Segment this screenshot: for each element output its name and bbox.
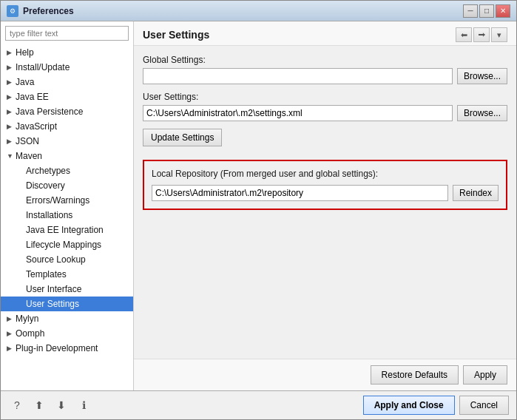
local-repo-row: Reindex xyxy=(152,185,499,201)
sidebar-item-label: JSON xyxy=(16,136,39,146)
expand-arrow xyxy=(17,256,24,263)
window-icon: ⚙ xyxy=(7,5,18,17)
close-button[interactable]: ✕ xyxy=(496,4,510,18)
sidebar-item-maven[interactable]: ▼ Maven xyxy=(1,149,133,163)
expand-arrow: ▶ xyxy=(7,108,14,115)
browse-global-button[interactable]: Browse... xyxy=(457,68,507,84)
export-icon-button[interactable]: ⬆ xyxy=(30,396,48,414)
expand-arrow: ▶ xyxy=(7,315,14,322)
apply-button[interactable]: Apply xyxy=(463,365,507,385)
apply-and-close-button[interactable]: Apply and Close xyxy=(363,396,455,415)
expand-arrow xyxy=(17,197,24,204)
window-title: Preferences xyxy=(23,6,74,16)
import-icon-button[interactable]: ⬇ xyxy=(53,396,70,414)
expand-arrow: ▶ xyxy=(7,345,14,352)
sidebar-item-label: Oomph xyxy=(16,328,44,339)
sidebar-item-label: Mylyn xyxy=(16,314,38,324)
user-settings-input[interactable] xyxy=(143,105,453,121)
sidebar-item-label: Help xyxy=(16,47,34,58)
help-icon-button[interactable]: ? xyxy=(8,396,26,414)
preferences-window: ⚙ Preferences ─ □ ✕ ▶ Help ▶ Install/Upd… xyxy=(0,0,517,420)
back-button[interactable]: ⬅ xyxy=(456,27,472,42)
sidebar-item-java-ee-integration[interactable]: Java EE Integration xyxy=(1,223,133,237)
main-content: ▶ Help ▶ Install/Update ▶ Java ▶ Java EE xyxy=(1,21,516,390)
user-settings-label: User Settings: xyxy=(143,92,507,102)
expand-arrow xyxy=(17,285,24,293)
sidebar-item-label: Templates xyxy=(26,269,67,280)
panel-toolbar: ⬅ ⮕ ▾ xyxy=(456,27,507,42)
sidebar-item-javascript[interactable]: ▶ JavaScript xyxy=(1,119,133,134)
bottom-bar: ? ⬆ ⬇ ℹ Apply and Close Cancel xyxy=(1,390,516,419)
sidebar-item-label: User Settings xyxy=(26,299,79,309)
title-bar: ⚙ Preferences ─ □ ✕ xyxy=(1,1,516,21)
sidebar-item-java-persistence[interactable]: ▶ Java Persistence xyxy=(1,104,133,119)
expand-arrow: ▼ xyxy=(7,152,14,160)
expand-arrow: ▶ xyxy=(7,138,14,145)
expand-arrow: ▶ xyxy=(7,330,14,337)
local-repository-box: Local Repository (From merged user and g… xyxy=(143,160,507,210)
sidebar-item-installations[interactable]: Installations xyxy=(1,208,133,223)
panel-title: User Settings xyxy=(143,29,209,41)
local-repo-input[interactable] xyxy=(152,185,448,201)
sidebar-item-label: Lifecycle Mappings xyxy=(26,240,101,250)
global-settings-input[interactable] xyxy=(143,68,453,84)
sidebar-item-user-settings[interactable]: User Settings xyxy=(1,297,133,311)
browse-user-button[interactable]: Browse... xyxy=(457,105,507,121)
sidebar-item-lifecycle-mappings[interactable]: Lifecycle Mappings xyxy=(1,237,133,252)
title-bar-left: ⚙ Preferences xyxy=(7,5,74,17)
global-settings-row: Browse... xyxy=(143,68,507,84)
maximize-button[interactable]: □ xyxy=(479,4,494,18)
sidebar-item-java-ee[interactable]: ▶ Java EE xyxy=(1,89,133,104)
bottom-right: Apply and Close Cancel xyxy=(363,396,509,415)
expand-arrow: ▶ xyxy=(7,93,14,101)
sidebar-item-java[interactable]: ▶ Java xyxy=(1,75,133,89)
sidebar-item-label: Java Persistence xyxy=(16,106,83,117)
sidebar-item-source-lookup[interactable]: Source Lookup xyxy=(1,252,133,267)
update-settings-button[interactable]: Update Settings xyxy=(143,129,222,146)
sidebar-item-plugin-development[interactable]: ▶ Plug-in Development xyxy=(1,341,133,356)
info-icon-button[interactable]: ℹ xyxy=(75,396,92,414)
minimize-button[interactable]: ─ xyxy=(463,4,478,18)
menu-button[interactable]: ▾ xyxy=(491,27,507,42)
expand-arrow: ▶ xyxy=(7,64,14,71)
panel-body: Global Settings: Browse... User Settings… xyxy=(134,46,516,359)
sidebar-item-archetypes[interactable]: Archetypes xyxy=(1,163,133,178)
sidebar-item-label: Archetypes xyxy=(26,166,70,176)
filter-input[interactable] xyxy=(5,26,129,41)
expand-arrow xyxy=(17,211,24,219)
sidebar-item-discovery[interactable]: Discovery xyxy=(1,178,133,193)
sidebar-item-errors-warnings[interactable]: Errors/Warnings xyxy=(1,193,133,208)
sidebar-item-install-update[interactable]: ▶ Install/Update xyxy=(1,60,133,75)
sidebar-item-user-interface[interactable]: User Interface xyxy=(1,282,133,297)
sidebar-item-mylyn[interactable]: ▶ Mylyn xyxy=(1,311,133,326)
sidebar-item-label: Plug-in Development xyxy=(16,343,98,353)
forward-button[interactable]: ⮕ xyxy=(473,27,490,42)
sidebar-item-label: Install/Update xyxy=(16,62,70,72)
panel-header: User Settings ⬅ ⮕ ▾ xyxy=(134,21,516,46)
expand-arrow xyxy=(17,241,24,248)
right-panel: User Settings ⬅ ⮕ ▾ Global Settings: Bro… xyxy=(134,21,516,390)
sidebar-item-help[interactable]: ▶ Help xyxy=(1,45,133,60)
sidebar-item-label: Discovery xyxy=(26,180,65,191)
reindex-button[interactable]: Reindex xyxy=(453,185,499,201)
sidebar-item-templates[interactable]: Templates xyxy=(1,267,133,282)
sidebar: ▶ Help ▶ Install/Update ▶ Java ▶ Java EE xyxy=(1,21,134,390)
sidebar-item-json[interactable]: ▶ JSON xyxy=(1,134,133,149)
sidebar-item-label: User Interface xyxy=(26,284,81,294)
cancel-button[interactable]: Cancel xyxy=(459,396,509,415)
restore-defaults-button[interactable]: Restore Defaults xyxy=(371,365,459,385)
tree-area: ▶ Help ▶ Install/Update ▶ Java ▶ Java EE xyxy=(1,45,133,390)
sidebar-item-label: Errors/Warnings xyxy=(26,195,89,206)
sidebar-item-label: Java EE Integration xyxy=(26,225,104,235)
expand-arrow: ▶ xyxy=(7,78,14,86)
expand-arrow: ▶ xyxy=(7,49,14,56)
bottom-left: ? ⬆ ⬇ ℹ xyxy=(8,396,92,414)
expand-arrow xyxy=(17,167,24,175)
expand-arrow xyxy=(17,271,24,278)
sidebar-item-label: Java xyxy=(16,77,34,87)
sidebar-item-oomph[interactable]: ▶ Oomph xyxy=(1,326,133,341)
panel-footer-actions: Restore Defaults Apply xyxy=(134,359,516,390)
sidebar-item-label: Source Lookup xyxy=(26,254,86,265)
sidebar-item-label: JavaScript xyxy=(16,121,57,132)
sidebar-item-label: Java EE xyxy=(16,92,49,102)
